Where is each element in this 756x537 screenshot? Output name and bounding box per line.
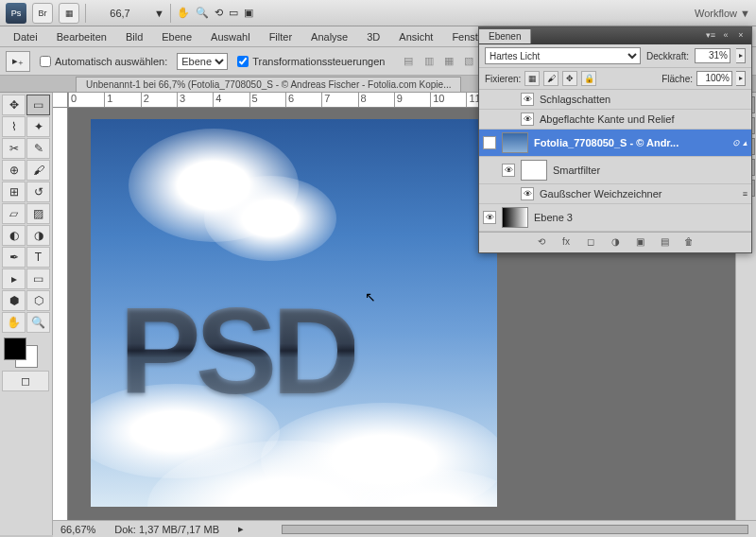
- lock-transparent-icon[interactable]: ▦: [524, 71, 540, 86]
- color-swatches[interactable]: [2, 338, 49, 370]
- status-bar: 66,67% Dok: 1,37 MB/7,17 MB ▸: [53, 520, 756, 537]
- effect-row[interactable]: 👁 Schlagschatten: [479, 90, 751, 110]
- crop-tool[interactable]: ✂: [2, 138, 26, 159]
- zoom-tool-icon[interactable]: 🔍: [196, 7, 209, 19]
- gradient-tool[interactable]: ▨: [26, 203, 50, 224]
- eyedropper-tool[interactable]: ✎: [26, 138, 50, 159]
- effect-row[interactable]: 👁 Abgeflachte Kante und Relief: [479, 110, 751, 130]
- type-tool[interactable]: T: [26, 247, 50, 268]
- transform-controls-checkbox[interactable]: Transformationssteuerungen: [237, 56, 385, 67]
- visibility-icon[interactable]: 👁: [521, 113, 534, 126]
- 3d-tool[interactable]: ⬢: [2, 290, 26, 311]
- zoom-tool[interactable]: 🔍: [26, 312, 50, 333]
- lock-pixels-icon[interactable]: 🖌: [543, 71, 558, 86]
- lock-all-icon[interactable]: 🔒: [581, 71, 596, 86]
- link-layers-icon[interactable]: ⟲: [534, 236, 549, 250]
- menu-3d[interactable]: 3D: [359, 28, 387, 45]
- move-tool-preset[interactable]: ▸₊: [6, 51, 30, 72]
- status-zoom[interactable]: 66,67%: [60, 524, 95, 535]
- auto-select-checkbox[interactable]: Automatisch auswählen:: [40, 56, 167, 67]
- minimize-icon[interactable]: «: [719, 30, 732, 42]
- filter-options-icon[interactable]: ≡: [743, 189, 747, 199]
- bridge-icon[interactable]: Br: [32, 3, 53, 24]
- adjustment-layer-icon[interactable]: ◑: [608, 236, 623, 250]
- layer-thumbnail[interactable]: [502, 132, 528, 153]
- panel-menu-icon[interactable]: ▾≡: [704, 30, 717, 42]
- menu-auswahl[interactable]: Auswahl: [203, 28, 258, 45]
- blend-mode-select[interactable]: Hartes Licht: [485, 47, 641, 64]
- layer-style-icon[interactable]: fx: [558, 236, 574, 250]
- panel-titlebar[interactable]: Ebenen ▾≡ « ×: [479, 27, 751, 44]
- layer-mask-icon[interactable]: ◻: [583, 236, 598, 250]
- menu-ansicht[interactable]: Ansicht: [391, 28, 440, 45]
- separator: [170, 4, 171, 23]
- menu-bearbeiten[interactable]: Bearbeiten: [49, 28, 114, 45]
- scrollbar-track[interactable]: [282, 525, 748, 534]
- path-select-tool[interactable]: ▸: [2, 268, 26, 289]
- visibility-icon[interactable]: 👁: [521, 187, 534, 200]
- dodge-tool[interactable]: ◑: [26, 225, 50, 246]
- stamp-tool[interactable]: ⊞: [2, 182, 26, 202]
- menu-filter[interactable]: Filter: [262, 28, 300, 45]
- workspace-switcher[interactable]: Workflow ▼: [695, 8, 750, 19]
- layer-thumbnail[interactable]: [502, 207, 528, 228]
- rotate-view-icon[interactable]: ⟲: [215, 7, 223, 19]
- hand-tool-icon[interactable]: ✋: [177, 7, 190, 19]
- screen-mode-icon[interactable]: ▣: [244, 7, 253, 19]
- foreground-color[interactable]: [4, 338, 26, 360]
- dropdown-icon[interactable]: ▼: [154, 8, 164, 19]
- zoom-level[interactable]: 66,7: [92, 8, 148, 19]
- visibility-icon[interactable]: 👁: [502, 164, 515, 177]
- blur-tool[interactable]: ◐: [2, 225, 26, 246]
- filter-row[interactable]: 👁 Gaußscher Weichzeichner ≡: [479, 184, 751, 204]
- hand-tool[interactable]: ✋: [2, 312, 26, 333]
- visibility-icon[interactable]: 👁: [483, 136, 496, 149]
- layer-row[interactable]: 👁 Fotolia_7708050_S - © Andr... ⊙ ▴: [479, 130, 751, 157]
- smartfilter-row[interactable]: 👁 Smartfilter: [479, 157, 751, 184]
- smartfilter-label: Smartfilter: [553, 165, 600, 176]
- 3d-camera-tool[interactable]: ⬡: [26, 290, 50, 311]
- menu-bild[interactable]: Bild: [118, 28, 150, 45]
- canvas[interactable]: PSD ↖: [91, 119, 497, 507]
- move-tool[interactable]: ✥: [2, 95, 26, 115]
- fill-value[interactable]: 100%: [696, 71, 732, 86]
- mask-thumbnail[interactable]: [521, 160, 547, 181]
- marquee-tool[interactable]: ▭: [26, 95, 50, 115]
- document-tab[interactable]: Unbenannt-1 bei 66,7% (Fotolia_7708050_S…: [76, 77, 461, 92]
- menu-analyse[interactable]: Analyse: [303, 28, 355, 45]
- delete-layer-icon[interactable]: 🗑: [681, 236, 696, 250]
- quick-select-tool[interactable]: ✦: [26, 116, 50, 137]
- status-doc-size[interactable]: Dok: 1,37 MB/7,17 MB: [114, 524, 219, 535]
- layers-tree: 👁 Schlagschatten 👁 Abgeflachte Kante und…: [479, 90, 751, 232]
- layers-tab[interactable]: Ebenen: [479, 29, 531, 43]
- new-layer-icon[interactable]: ▤: [657, 236, 672, 250]
- layer-row[interactable]: 👁 Ebene 3: [479, 204, 751, 232]
- shape-tool[interactable]: ▭: [26, 268, 50, 289]
- opacity-value[interactable]: 31%: [695, 48, 730, 63]
- lasso-tool[interactable]: ⌇: [2, 116, 26, 137]
- pen-tool[interactable]: ✒: [2, 247, 26, 268]
- quick-mask-icon[interactable]: ◻: [2, 371, 49, 391]
- menu-ebene[interactable]: Ebene: [154, 28, 199, 45]
- lock-position-icon[interactable]: ✥: [562, 71, 577, 86]
- effect-name: Schlagschatten: [540, 94, 610, 105]
- history-brush-tool[interactable]: ↺: [26, 182, 50, 202]
- eraser-tool[interactable]: ▱: [2, 203, 26, 224]
- arrange-icon[interactable]: ▭: [229, 7, 238, 19]
- group-icon[interactable]: ▣: [632, 236, 647, 250]
- healing-tool[interactable]: ⊕: [2, 160, 26, 181]
- photoshop-icon[interactable]: Ps: [6, 3, 26, 24]
- visibility-icon[interactable]: 👁: [483, 211, 496, 224]
- mini-bridge-icon[interactable]: ▦: [59, 3, 79, 24]
- fill-arrow-icon[interactable]: ▸: [736, 71, 746, 86]
- close-icon[interactable]: ×: [734, 30, 747, 42]
- menu-datei[interactable]: Datei: [6, 28, 45, 45]
- cursor-icon: ↖: [365, 289, 376, 304]
- visibility-icon[interactable]: 👁: [521, 93, 534, 106]
- auto-select-target[interactable]: Ebene: [177, 53, 228, 70]
- brush-tool[interactable]: 🖌: [26, 160, 50, 181]
- fx-badge[interactable]: ⊙ ▴: [732, 138, 747, 147]
- effect-name: Abgeflachte Kante und Relief: [540, 113, 675, 125]
- opacity-arrow-icon[interactable]: ▸: [736, 48, 746, 63]
- status-arrow-icon[interactable]: ▸: [238, 523, 244, 535]
